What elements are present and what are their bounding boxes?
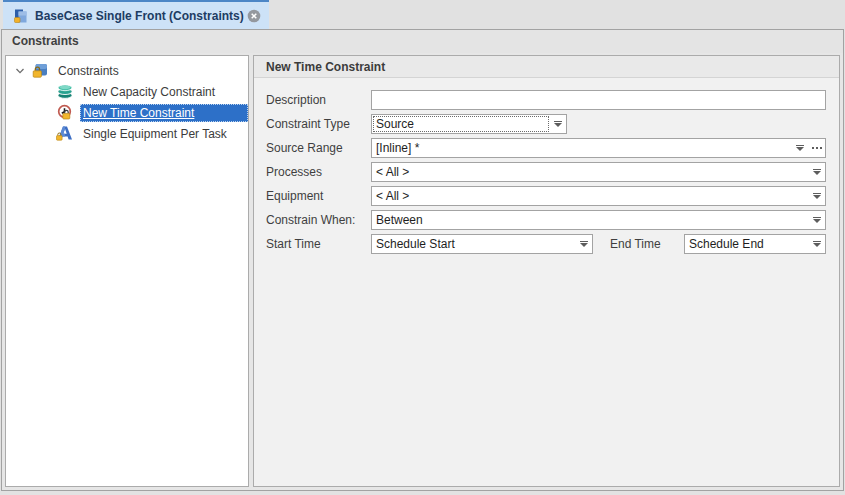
content-area: Constraints New Capacity Constraint	[2, 54, 843, 490]
ellipsis-icon[interactable]	[808, 139, 825, 157]
source-range-label: Source Range	[266, 141, 371, 155]
tree-node-single-equipment[interactable]: Single Equipment Per Task	[6, 123, 248, 144]
constrain-when-row: Constrain When: Between	[266, 210, 826, 230]
tree-node-time-constraint[interactable]: New Time Constraint	[6, 102, 248, 123]
tree-node-capacity-constraint[interactable]: New Capacity Constraint	[6, 81, 248, 102]
constraint-type-row: Constraint Type Source	[266, 114, 826, 134]
chevron-down-icon[interactable]	[809, 235, 825, 253]
processes-value: < All >	[372, 163, 809, 181]
tab-title: BaseCase Single Front (Constraints)	[35, 9, 244, 23]
tree-label-time-constraint: New Time Constraint	[80, 104, 248, 122]
tree-label-capacity-constraint: New Capacity Constraint	[80, 83, 218, 101]
equipment-value: < All >	[372, 187, 809, 205]
processes-combo[interactable]: < All >	[371, 162, 826, 182]
chevron-down-icon[interactable]	[809, 163, 825, 181]
capacity-discs-icon	[56, 83, 74, 100]
end-time-label: End Time	[593, 237, 684, 251]
processes-row: Processes < All >	[266, 162, 826, 182]
chevron-down-icon[interactable]	[809, 187, 825, 205]
equipment-row: Equipment < All >	[266, 186, 826, 206]
constraints-tree: Constraints New Capacity Constraint	[5, 55, 249, 487]
equipment-combo[interactable]: < All >	[371, 186, 826, 206]
source-range-row: Source Range [Inline] *	[266, 138, 826, 158]
close-icon[interactable]	[247, 9, 261, 23]
document-icon	[12, 8, 28, 24]
tree-label-single-equipment: Single Equipment Per Task	[80, 125, 230, 143]
locked-clock-icon	[56, 104, 74, 121]
processes-label: Processes	[266, 165, 371, 179]
chevron-down-icon[interactable]	[576, 235, 592, 253]
time-constraint-form: New Time Constraint Description Constrai…	[253, 55, 840, 487]
constraints-window: Constraints Constraints	[1, 29, 844, 491]
chevron-down-icon[interactable]	[550, 115, 566, 133]
tree-node-constraints[interactable]: Constraints	[6, 60, 248, 81]
constraint-type-value: Source	[372, 115, 550, 133]
form-title: New Time Constraint	[254, 56, 839, 78]
locked-letter-a-icon	[56, 125, 74, 142]
description-input[interactable]	[371, 90, 826, 110]
expand-chevron-icon[interactable]	[14, 66, 26, 76]
constraint-type-combo[interactable]: Source	[371, 114, 567, 134]
source-range-value: [Inline] *	[372, 139, 792, 157]
chevron-down-icon[interactable]	[809, 211, 825, 229]
window-title: Constraints	[2, 30, 843, 53]
tab-basecase-constraints[interactable]: BaseCase Single Front (Constraints)	[3, 0, 269, 29]
locked-box-icon	[31, 62, 49, 79]
description-row: Description	[266, 90, 826, 110]
end-time-combo[interactable]: Schedule End	[684, 234, 826, 254]
end-time-value: Schedule End	[685, 235, 809, 253]
description-label: Description	[266, 93, 371, 107]
constrain-when-combo[interactable]: Between	[371, 210, 826, 230]
tree-label-constraints: Constraints	[55, 62, 122, 80]
start-time-combo[interactable]: Schedule Start	[371, 234, 593, 254]
chevron-down-icon[interactable]	[792, 139, 808, 157]
equipment-label: Equipment	[266, 189, 371, 203]
constrain-when-label: Constrain When:	[266, 213, 371, 227]
tab-bar: BaseCase Single Front (Constraints)	[0, 0, 845, 29]
time-range-row: Start Time Schedule Start End Time Sched…	[266, 234, 826, 254]
start-time-label: Start Time	[266, 237, 371, 251]
source-range-combo[interactable]: [Inline] *	[371, 138, 826, 158]
constrain-when-value: Between	[372, 211, 809, 229]
constraint-type-label: Constraint Type	[266, 117, 371, 131]
start-time-value: Schedule Start	[372, 235, 576, 253]
